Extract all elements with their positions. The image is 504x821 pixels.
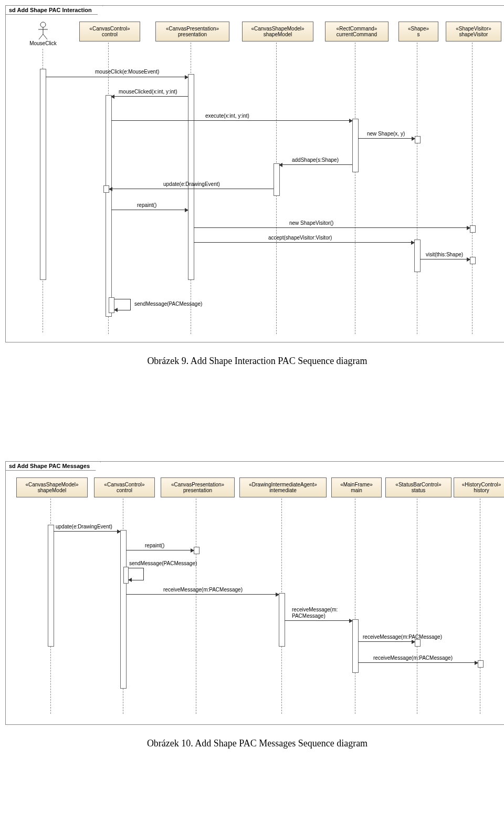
msg-arrow	[54, 531, 120, 532]
lifeline-name: currentCommand	[327, 32, 387, 37]
msg-label: sendMessage(PACMessage)	[129, 560, 197, 566]
activation	[188, 74, 194, 280]
msg-self-call	[129, 568, 144, 580]
activation	[478, 660, 484, 668]
msg-label: update(e:DrawingEvent)	[56, 524, 112, 529]
msg-label: repaint()	[137, 202, 156, 208]
msg-label: update(e:DrawingEvent)	[163, 181, 220, 187]
msg-label: execute(x:int, y:int)	[205, 113, 249, 119]
msg-arrow	[126, 594, 279, 595]
msg-label: sendMessage(PACMessage)	[134, 301, 202, 307]
lifeline-stereo: «RectCommand»	[327, 26, 387, 32]
lifeline-stereo: «ShapeVisitor»	[447, 26, 500, 32]
lifeline-name: shapeModel	[244, 32, 312, 37]
activation	[274, 163, 280, 196]
lifeline-s: «Shape» s	[398, 22, 438, 41]
lifeline-control: «CanvasControl» control	[94, 477, 155, 497]
lifeline-stereo: «HistoryControl»	[455, 482, 504, 487]
lifeline-stereo: «CanvasPresentation»	[157, 26, 228, 32]
lifeline-name: main	[333, 487, 380, 493]
msg-label: addShape(s:Shape)	[292, 157, 339, 163]
msg-label: new ShapeVisitor()	[289, 220, 333, 226]
activation	[279, 593, 285, 647]
msg-arrow	[194, 242, 414, 243]
actor-label: MouseClick	[25, 40, 61, 46]
msg-label: accept(shapeVisitor:Visitor)	[268, 235, 332, 241]
msg-arrow	[46, 77, 188, 77]
frame-title-1: sd Add Shape PAC Interaction	[6, 6, 103, 15]
lifeline-stereo: «Shape»	[400, 26, 437, 32]
lifeline-dash	[417, 498, 417, 714]
activation	[415, 639, 421, 647]
diagram-1-frame: sd Add Shape PAC Interaction MouseClick …	[5, 5, 504, 342]
lifeline-dash	[355, 43, 355, 334]
activation	[48, 525, 54, 647]
lifeline-name: status	[387, 487, 450, 493]
activation	[414, 240, 421, 272]
msg-label: repaint()	[145, 543, 164, 548]
lifeline-dash	[355, 498, 355, 714]
lifeline-name: shapeModel	[18, 487, 86, 493]
lifeline-name: control	[81, 32, 139, 37]
lifeline-name: shapeVisitor	[447, 32, 500, 37]
msg-label: receiveMessage(m:PACMessage)	[363, 634, 442, 640]
frame-title-2: sd Add Shape PAC Messages	[6, 462, 101, 471]
msg-self-call	[114, 299, 131, 310]
activation	[352, 619, 359, 673]
msg-arrow	[126, 550, 194, 550]
spacer	[5, 398, 504, 461]
activation	[470, 257, 476, 264]
lifeline-shapemodel: «CanvasShapeModel» shapeModel	[16, 477, 88, 497]
lifeline-main: «MainFrame» main	[331, 477, 382, 497]
msg-label: mouseClick(e:MouseEvent)	[95, 69, 159, 75]
lifeline-stereo: «CanvasControl»	[81, 26, 139, 32]
msg-label: visit(this:Shape)	[426, 252, 463, 257]
activation	[470, 225, 476, 233]
msg-label: receiveMessage(m:	[292, 607, 338, 612]
lifeline-stereo: «CanvasShapeModel»	[244, 26, 312, 32]
lifeline-presentation: «CanvasPresentation» presentation	[161, 477, 235, 497]
lifeline-currentcommand: «RectCommand» currentCommand	[325, 22, 388, 41]
lifeline-name: control	[96, 487, 153, 493]
lifeline-presentation: «CanvasPresentation» presentation	[155, 22, 229, 41]
msg-arrow	[111, 210, 188, 210]
lifeline-stereo: «StatusBarControl»	[387, 482, 450, 487]
lifeline-intermediate: «DrawingIntermediateAgent» intemediate	[239, 477, 327, 497]
actor-icon	[37, 22, 49, 40]
lifeline-shapevisitor: «ShapeVisitor» shapeVisitor	[446, 22, 501, 41]
lifeline-dash	[417, 43, 417, 334]
activation	[194, 547, 200, 554]
lifeline-dash	[196, 498, 196, 714]
lifeline-name: history	[455, 487, 504, 493]
lifeline-status: «StatusBarControl» status	[385, 477, 452, 497]
lifeline-stereo: «DrawingIntermediateAgent»	[241, 482, 325, 487]
lifeline-control: «CanvasControl» control	[79, 22, 140, 41]
lifeline-name: intemediate	[241, 487, 325, 493]
lifeline-name: presentation	[162, 487, 233, 493]
msg-arrow	[279, 164, 352, 165]
lifeline-name: presentation	[157, 32, 228, 37]
svg-line-3	[39, 34, 43, 39]
lifeline-stereo: «CanvasPresentation»	[162, 482, 233, 487]
activation	[40, 69, 46, 280]
activation	[352, 119, 359, 172]
lifeline-shapemodel: «CanvasShapeModel» shapeModel	[242, 22, 313, 41]
msg-arrow	[285, 620, 352, 621]
lifeline-stereo: «MainFrame»	[333, 482, 380, 487]
msg-arrow	[358, 641, 415, 642]
msg-label: new Shape(x, y)	[367, 131, 405, 137]
msg-label: PACMessage)	[292, 613, 326, 619]
msg-label: receiveMessage(m:PACMessage)	[373, 655, 453, 661]
lifeline-dash	[480, 498, 480, 714]
msg-label: mouseClicked(x:int, y:int)	[119, 89, 177, 95]
caption-1: Obrázek 9. Add Shape Interaction PAC Seq…	[5, 356, 504, 367]
svg-point-0	[40, 22, 46, 27]
diagram-2-frame: sd Add Shape PAC Messages «CanvasShapeMo…	[5, 461, 504, 725]
lifeline-dash	[472, 43, 472, 334]
msg-arrow	[358, 138, 415, 139]
activation	[106, 95, 112, 317]
msg-arrow	[358, 662, 478, 663]
lifeline-history: «HistoryControl» history	[454, 477, 504, 497]
lifeline-name: s	[400, 32, 437, 37]
lifeline-stereo: «CanvasControl»	[96, 482, 153, 487]
